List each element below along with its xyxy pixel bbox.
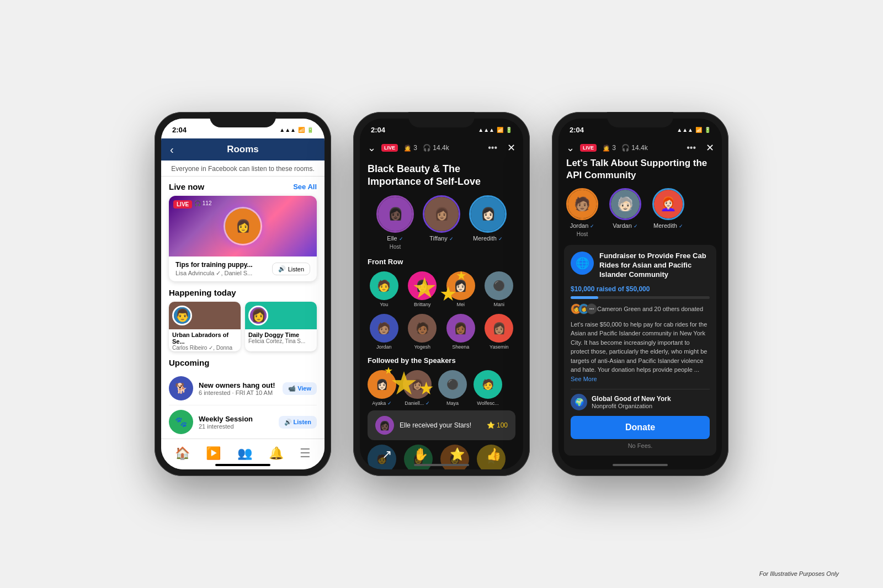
yasemin-avatar: 👩🏽 [485,314,513,343]
battery-icon-2: 🔋 [506,127,512,133]
donate-button[interactable]: Donate [571,416,710,439]
today-card-2[interactable]: 👩 Daily Doggy Time Felicia Cortez, Tina … [245,302,317,351]
upcoming-header: Upcoming [169,358,317,367]
elle-avatar: 👩🏿 [376,195,414,233]
brittany-avatar: 👩🏻 [408,271,437,300]
headphone-count-3: 🎧 14.4k [621,144,648,152]
wifi-icon: 📶 [298,127,305,133]
notch-3 [607,112,673,127]
video-nav-icon[interactable]: ▶️ [206,446,221,461]
upcoming-label: Upcoming [169,358,209,367]
today-card-2-avatar: 👩 [248,306,268,325]
chevron-down-icon[interactable]: ⌄ [368,142,376,154]
upcoming-item-1[interactable]: 🐕 New owners hang out! 6 interested · FR… [169,372,317,405]
status-icons-1: ▲▲▲ 📶 🔋 [279,127,313,133]
mani-avatar: ⚫ [485,271,513,300]
close-icon[interactable]: ✕ [507,142,515,154]
speaker-elle: 👩🏿 Elle ✓ Host [376,195,414,250]
live-badge-3: LIVE [580,144,597,152]
speakers-row: 👩🏿 Elle ✓ Host 👩🏽 Tiffany ✓ [368,195,515,250]
live-card[interactable]: LIVE 🎧 112 👩 Tips for training puppy... … [169,196,317,281]
video-icon: 📹 [288,385,296,392]
phone-rooms: 2:04 ▲▲▲ 📶 🔋 ‹ Rooms Everyone in Faceboo… [155,112,331,476]
more-icon[interactable]: ••• [488,143,497,153]
meredith-name: Meredith ✓ [473,235,503,242]
today-card-1-bg: 👨 [169,302,241,329]
home-indicator-1 [215,464,270,466]
today-card-1-info: Urban Labradors of Se... Carlos Ribeiro … [169,329,241,351]
raised-text: $10,000 raised of $50,000 [571,285,710,293]
followed-daniell: 👩🏽 Daniell... ✓ [403,370,432,406]
fundraiser-card: 🌐 Fundraiser to Provide Free Cab Rides f… [564,245,716,456]
description: Let's raise $50,000 to help pay for cab … [571,320,710,384]
audience-brittany: 👩🏻 Brittany [406,271,439,307]
live-host-photo: 👩 [225,209,260,244]
today-card-1-title: Urban Labradors of Se... [172,332,237,345]
home-nav-icon[interactable]: 🏠 [175,446,190,461]
listener-count-3: 🙍 3 [602,144,616,152]
today-label: Happening today [169,288,236,297]
mei-avatar: 👩🏻 [446,271,475,300]
today-header: Happening today [169,288,317,297]
toast-avatar: 👩🏿 [375,416,394,435]
dark-top-bar: ⌄ LIVE 🙍 3 🎧 14.4k ••• ✕ [360,138,523,157]
listen-button-1[interactable]: 🔊 Listen [272,263,310,275]
org-avatar: 🌍 [571,394,587,410]
speaker-icon-2: 🔊 [284,419,292,426]
phone-fundraiser: 2:04 ▲▲▲ 📶 🔋 ⌄ LIVE 🙍 3 🎧 14.4k ••• ✕ Le… [552,112,728,476]
notch-2 [408,112,475,127]
wolfesc-avatar: 🧑 [474,370,502,399]
live-badge-2: LIVE [381,144,398,152]
tiffany-name: Tiffany ✓ [429,235,453,242]
home-indicator-2 [414,464,469,466]
daniell-avatar: 👩🏽 [403,370,432,399]
mei-name: Mei [456,302,465,307]
star-action-icon[interactable]: ⭐ [450,447,465,462]
chevron-down-icon-3[interactable]: ⌄ [566,142,575,154]
today-grid: 👨 Urban Labradors of Se... Carlos Ribeir… [169,302,317,351]
today-card-2-bg: 👩 [245,302,317,329]
audience-jordan: 🧑🏽 Jordan [368,314,401,350]
rooms-nav-icon[interactable]: 👥 [237,446,252,461]
more-icon-3[interactable]: ••• [687,143,696,153]
globe-icon: 🌐 [576,256,589,270]
wifi-icon-2: 📶 [497,127,503,133]
live-now-label: Live now [169,182,204,191]
speaker-tiffany: 👩🏽 Tiffany ✓ [423,195,460,250]
speaker-meredith-3: 👩🏻‍🦰 Meredith ✓ [652,188,684,237]
upcoming-item-2[interactable]: 🐾 Weekly Session 21 interested 🔊 Listen [169,405,317,439]
jordan-speaker-avatar: 🧑🏽 [566,188,598,220]
live-host-avatar: 👩 [224,207,262,245]
bell-nav-icon[interactable]: 🔔 [269,446,284,461]
status-icons-3: ▲▲▲ 📶 🔋 [677,127,711,133]
dark-top-bar-3: ⌄ LIVE 🙍 3 🎧 14.4k ••• ✕ [558,138,722,157]
listen-button-upcoming[interactable]: 🔊 Listen [279,416,317,429]
view-button[interactable]: 📹 View [283,382,317,395]
close-icon-3[interactable]: ✕ [706,142,714,154]
time-2: 2:04 [371,126,385,134]
headphone-count-2: 🎧 14.4k [423,144,449,152]
like-icon[interactable]: 👍 [486,447,501,462]
raise-hand-icon[interactable]: ✋ [413,447,428,462]
org-type: Nonprofit Organization [592,403,671,409]
audience-you: 🧑 You [368,271,401,307]
see-all-button[interactable]: See All [293,183,317,191]
front-row-label: Front Row [368,258,515,266]
wifi-icon-3: 📶 [695,127,702,133]
speaker-meredith: 👩🏻 Meredith ✓ [469,195,507,250]
see-more-link[interactable]: See More [571,376,597,382]
upcoming-2-sub: 21 interested [199,423,273,430]
audience-sheena: 👩🏾 Sheena [444,314,477,350]
live-card-text: Tips for training puppy... Lisa Advincul… [175,261,253,277]
back-button[interactable]: ‹ [170,143,174,156]
meredith-speaker-avatar: 👩🏻‍🦰 [652,188,684,220]
share-icon[interactable]: ↗ [382,447,392,462]
upcoming-1-info: New owners hang out! 6 interested · FRI … [199,381,277,396]
ayaka-avatar: 👩🏻 [368,370,396,399]
mani-name: Mani [493,302,504,307]
progress-bar [571,296,710,299]
menu-nav-icon[interactable]: ☰ [300,446,311,461]
followed-section: 👩🏻 Ayaka ✓ 👩🏽 Daniell... ✓ ⚫ Maya [368,370,515,406]
today-card-1[interactable]: 👨 Urban Labradors of Se... Carlos Ribeir… [169,302,241,351]
followed-maya: ⚫ Maya [438,370,467,406]
